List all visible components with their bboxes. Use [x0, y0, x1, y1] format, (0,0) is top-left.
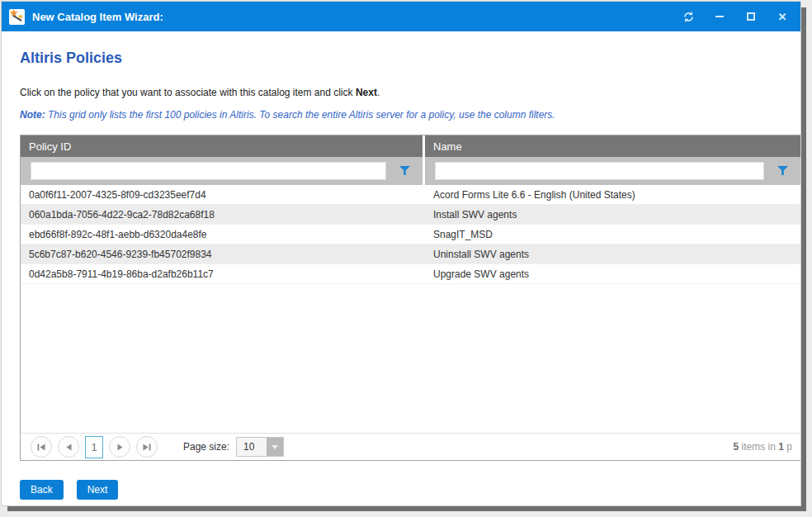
maximize-icon[interactable]	[744, 10, 758, 23]
next-page-icon[interactable]	[109, 436, 130, 458]
policies-grid: Policy ID Name	[20, 135, 800, 461]
current-page-input[interactable]: 1	[85, 436, 103, 458]
page-size-value: 10	[237, 438, 267, 456]
titlebar: ★ ★ New Catalog Item Wizard: ✕	[2, 2, 800, 31]
close-icon[interactable]: ✕	[776, 10, 789, 23]
wizard-window: ★ ★ New Catalog Item Wizard: ✕ Altiris P…	[1, 1, 801, 506]
chevron-down-icon[interactable]	[267, 438, 283, 456]
policy-id-filter-input[interactable]	[31, 162, 386, 180]
table-row[interactable]: 060a1bda-7056-4d22-9ca2-78d82ca68f18 Ins…	[21, 205, 800, 225]
window-title: New Catalog Item Wizard:	[32, 11, 163, 23]
instruction-text: Click on the policy that you want to ass…	[20, 87, 800, 98]
last-page-icon[interactable]	[136, 436, 158, 458]
wizard-content: Altiris Policies Click on the policy tha…	[2, 31, 800, 505]
table-row[interactable]: 0d42a5b8-7911-4b19-86ba-d2afb26b11c7 Upg…	[21, 264, 800, 284]
next-button[interactable]: Next	[77, 480, 119, 500]
policy-id-cell: 5c6b7c87-b620-4546-9239-fb45702f9834	[21, 244, 425, 263]
note-text: Note: This grid only lists the first 100…	[20, 109, 800, 121]
column-header-name[interactable]: Name	[425, 135, 800, 157]
grid-filter-row	[21, 157, 800, 185]
name-cell: SnagIT_MSD	[425, 225, 800, 244]
first-page-icon[interactable]	[31, 436, 52, 458]
table-row[interactable]: 5c6b7c87-b620-4546-9239-fb45702f9834 Uni…	[21, 244, 800, 264]
grid-empty-area	[21, 284, 800, 433]
grid-header-row: Policy ID Name	[21, 135, 800, 157]
name-filter-input[interactable]	[435, 162, 764, 180]
name-cell: Install SWV agents	[425, 205, 800, 224]
column-header-policy-id[interactable]: Policy ID	[21, 135, 423, 157]
back-button[interactable]: Back	[20, 480, 64, 500]
name-cell: Acord Forms Lite 6.6 - English (United S…	[425, 185, 800, 204]
wizard-footer: Back Next	[20, 480, 800, 500]
policy-id-cell: 0d42a5b8-7911-4b19-86ba-d2afb26b11c7	[21, 264, 425, 283]
funnel-filter-icon[interactable]	[764, 166, 800, 176]
wizard-stars-icon: ★ ★	[9, 9, 25, 25]
page-size-label: Page size:	[183, 441, 229, 453]
policy-id-cell: 0a0f6f11-2007-4325-8f09-cd3235eef7d4	[21, 185, 425, 204]
name-cell: Upgrade SWV agents	[425, 264, 800, 283]
previous-page-icon[interactable]	[58, 436, 79, 458]
policy-id-cell: 060a1bda-7056-4d22-9ca2-78d82ca68f18	[21, 205, 425, 224]
funnel-filter-icon[interactable]	[386, 166, 423, 176]
table-row[interactable]: ebd66f8f-892c-48f1-aebb-d6320da4e8fe Sna…	[21, 225, 800, 244]
titlebar-controls: ✕	[682, 10, 789, 23]
page-size-dropdown[interactable]: 10	[236, 437, 284, 457]
items-count-text: 5 items in 1 p	[734, 441, 792, 453]
name-cell: Uninstall SWV agents	[425, 244, 800, 263]
page-title: Altiris Policies	[20, 50, 800, 67]
table-row[interactable]: 0a0f6f11-2007-4325-8f09-cd3235eef7d4 Aco…	[21, 185, 800, 205]
refresh-icon[interactable]	[682, 10, 695, 23]
minimize-icon[interactable]	[713, 10, 726, 23]
grid-pager: 1 Page size: 10 5 items	[21, 433, 800, 460]
policy-id-cell: ebd66f8f-892c-48f1-aebb-d6320da4e8fe	[21, 225, 425, 244]
